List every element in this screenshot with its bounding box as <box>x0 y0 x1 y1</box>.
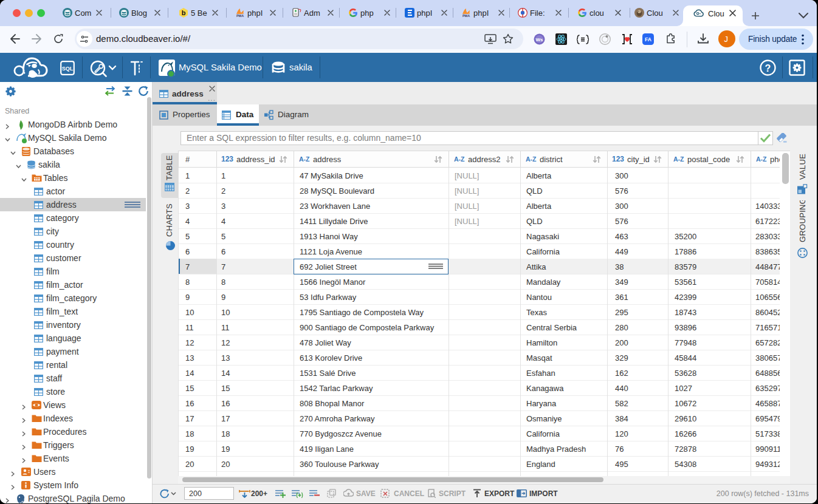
svg-text:GROUPING: GROUPING <box>798 200 807 242</box>
svg-text:TABLE: TABLE <box>165 155 174 180</box>
svg-text:PMA: PMA <box>236 14 244 18</box>
svg-text:b: b <box>182 9 186 16</box>
svg-text:SQL: SQL <box>62 66 74 72</box>
svg-text:PMA: PMA <box>462 14 470 18</box>
svg-text:Ws: Ws <box>536 37 544 43</box>
svg-text:FA: FA <box>645 36 651 43</box>
svg-text:?: ? <box>765 63 771 73</box>
svg-text:CHARTS: CHARTS <box>165 203 174 237</box>
svg-text:VALUE: VALUE <box>798 154 807 180</box>
